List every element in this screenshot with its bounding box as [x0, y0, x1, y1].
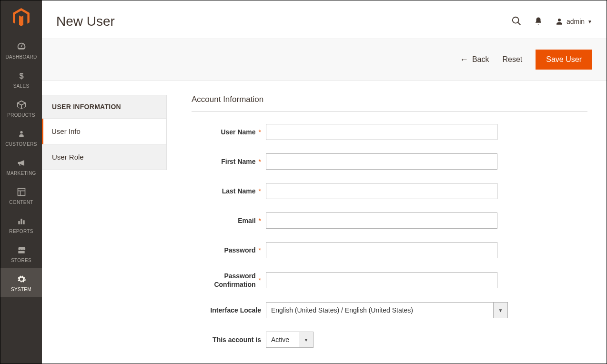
required-mark: *: [259, 276, 261, 284]
header-actions: admin ▼: [511, 16, 592, 28]
label-locale: Interface Locale: [210, 306, 261, 314]
nav-marketing[interactable]: MARKETING: [0, 152, 42, 181]
row-lastname: Last Name *: [192, 183, 587, 199]
label-lastname: Last Name: [222, 187, 256, 195]
caret-down-icon: ▼: [587, 19, 592, 24]
label-password: Password: [224, 246, 255, 254]
svg-text:$: $: [19, 71, 23, 80]
firstname-input[interactable]: [266, 153, 497, 170]
nav-label: CUSTOMERS: [5, 142, 37, 147]
account-status-select[interactable]: Active: [266, 332, 299, 348]
user-icon: [555, 17, 564, 26]
required-mark: *: [259, 128, 261, 136]
admin-account-menu[interactable]: admin ▼: [555, 17, 592, 26]
nav-stores[interactable]: STORES: [0, 239, 42, 268]
svg-rect-6: [20, 219, 22, 224]
lastname-input[interactable]: [266, 183, 497, 199]
nav-dashboard[interactable]: DASHBOARD: [0, 35, 42, 64]
row-username: User Name *: [192, 124, 587, 140]
svg-point-10: [558, 19, 561, 21]
label-firstname: First Name: [221, 157, 255, 166]
caret-down-icon: ▼: [498, 308, 503, 313]
locale-select[interactable]: English (United States) / English (Unite…: [266, 302, 494, 318]
tab-user-role[interactable]: User Role: [42, 144, 167, 170]
nav-sales[interactable]: $ SALES: [0, 64, 42, 93]
page-title: New User: [56, 14, 115, 29]
nav-products[interactable]: PRODUCTS: [0, 93, 42, 122]
page-header: New User admin ▼: [42, 0, 607, 39]
username-input[interactable]: [266, 124, 497, 140]
admin-label: admin: [567, 18, 585, 25]
section-title: Account Information: [192, 95, 587, 111]
caret-down-icon: ▼: [304, 337, 309, 343]
tab-user-info[interactable]: User Info: [42, 119, 167, 144]
nav-label: SYSTEM: [11, 287, 31, 292]
notifications-icon[interactable]: [534, 17, 543, 27]
storefront-icon: [16, 245, 27, 255]
nav-label: MARKETING: [6, 171, 36, 176]
form-area: Account Information User Name * First Na…: [192, 95, 592, 361]
row-firstname: First Name *: [192, 153, 587, 170]
tabs-header: USER INFORMATION: [42, 95, 167, 119]
bars-icon: [16, 216, 27, 226]
required-mark: *: [259, 158, 261, 165]
svg-point-1: [20, 131, 22, 133]
locale-dropdown-button[interactable]: ▼: [494, 302, 508, 318]
email-input[interactable]: [266, 212, 497, 229]
nav-label: DASHBOARD: [5, 54, 37, 60]
password-input[interactable]: [266, 242, 497, 258]
dollar-icon: $: [16, 71, 27, 81]
nav-reports[interactable]: REPORTS: [0, 210, 42, 239]
svg-point-8: [513, 17, 519, 23]
nav-label: SALES: [13, 83, 30, 89]
svg-line-9: [518, 22, 521, 25]
svg-rect-7: [23, 220, 24, 224]
megaphone-icon: [16, 158, 27, 168]
tabs-panel: USER INFORMATION User Info User Role: [42, 95, 167, 361]
label-username: User Name: [221, 128, 255, 136]
search-icon[interactable]: [511, 16, 522, 28]
main-area: New User admin ▼ ← Back: [42, 0, 607, 364]
logo[interactable]: [0, 0, 42, 35]
required-mark: *: [259, 246, 261, 254]
gear-icon: [16, 274, 27, 284]
action-bar: ← Back Reset Save User: [42, 39, 607, 81]
reset-button[interactable]: Reset: [503, 55, 523, 64]
svg-rect-5: [18, 221, 20, 224]
reset-label: Reset: [503, 55, 523, 64]
label-password-confirm: Password Confirmation: [192, 272, 256, 289]
save-user-button[interactable]: Save User: [536, 50, 592, 70]
nav-label: STORES: [11, 258, 31, 263]
tab-label: User Info: [51, 127, 81, 135]
svg-rect-2: [18, 189, 25, 196]
back-button[interactable]: ← Back: [460, 55, 489, 65]
row-locale: Interface Locale English (United States)…: [192, 302, 587, 318]
sidebar: DASHBOARD $ SALES PRODUCTS CUSTOMERS MAR…: [0, 0, 42, 364]
nav-label: PRODUCTS: [7, 112, 35, 118]
row-account-is: This account is Active ▼: [192, 332, 587, 348]
label-email: Email: [238, 216, 255, 225]
row-password-confirm: Password Confirmation *: [192, 272, 587, 289]
row-password: Password *: [192, 242, 587, 258]
gauge-icon: [16, 41, 27, 52]
required-mark: *: [259, 217, 261, 224]
nav-label: REPORTS: [9, 229, 33, 234]
password-confirm-input[interactable]: [266, 272, 497, 288]
magento-logo-icon: [13, 8, 30, 27]
nav-system[interactable]: SYSTEM: [0, 268, 42, 297]
person-icon: [16, 129, 27, 139]
content: USER INFORMATION User Info User Role Acc…: [42, 81, 607, 361]
box-icon: [16, 100, 27, 110]
required-mark: *: [259, 187, 261, 195]
back-label: Back: [472, 55, 489, 64]
nav-customers[interactable]: CUSTOMERS: [0, 122, 42, 152]
nav-label: CONTENT: [9, 200, 33, 205]
arrow-left-icon: ←: [460, 55, 468, 65]
layout-icon: [16, 187, 27, 197]
account-status-dropdown-button[interactable]: ▼: [299, 332, 314, 348]
tab-label: User Role: [52, 153, 84, 161]
row-email: Email *: [192, 212, 587, 229]
label-account-is: This account is: [212, 335, 261, 344]
nav-content[interactable]: CONTENT: [0, 181, 42, 210]
